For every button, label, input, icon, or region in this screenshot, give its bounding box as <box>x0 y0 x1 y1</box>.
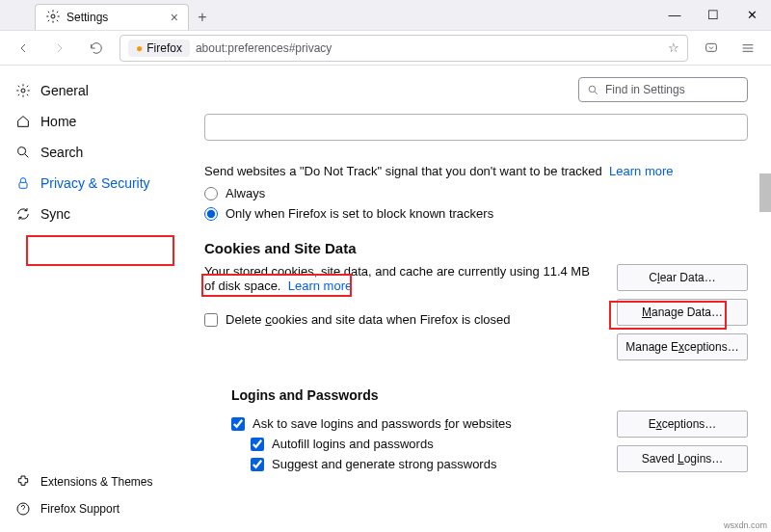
sidebar-item-privacy[interactable]: Privacy & Security <box>0 168 193 199</box>
sidebar-item-sync[interactable]: Sync <box>0 199 193 229</box>
content: General Home Search Privacy & Security S… <box>0 66 771 532</box>
ask-save-logins-checkbox[interactable]: Ask to save logins and passwords for web… <box>231 416 601 431</box>
search-placeholder: Find in Settings <box>605 83 685 96</box>
reload-button[interactable] <box>83 35 110 62</box>
close-tab-icon[interactable]: × <box>171 10 178 25</box>
browser-tab[interactable]: Settings × <box>35 4 189 30</box>
sidebar-bottom: Extensions & Themes Firefox Support <box>0 468 193 522</box>
saved-logins-button[interactable]: Saved Logins… <box>617 445 748 472</box>
tab-title: Settings <box>66 11 165 24</box>
back-button[interactable] <box>10 35 37 62</box>
firefox-chip: ●Firefox <box>128 40 190 57</box>
close-window-button[interactable]: ✕ <box>732 0 771 30</box>
url-text: about:preferences#privacy <box>196 41 662 55</box>
autofill-logins-checkbox[interactable]: Autofill logins and passwords <box>251 437 601 451</box>
dnt-text: Send websites a "Do Not Track" signal th… <box>204 164 748 178</box>
svg-point-0 <box>51 14 55 18</box>
sidebar-item-extensions[interactable]: Extensions & Themes <box>0 468 193 495</box>
cookies-desc: Your stored cookies, site data, and cach… <box>204 264 601 293</box>
minimize-button[interactable]: — <box>655 0 694 30</box>
cookies-heading: Cookies and Site Data <box>204 240 748 256</box>
sidebar-item-search[interactable]: Search <box>0 137 193 168</box>
titlebar: Settings × + — ☐ ✕ <box>0 0 771 31</box>
cookies-learn-more-link[interactable]: Learn more <box>288 279 352 293</box>
svg-point-2 <box>21 89 25 93</box>
url-box[interactable]: ●Firefox about:preferences#privacy ☆ <box>120 35 688 62</box>
window-controls: — ☐ ✕ <box>655 0 771 30</box>
dnt-radio-always[interactable]: Always <box>204 186 748 200</box>
svg-point-3 <box>18 147 26 155</box>
manage-exceptions-button[interactable]: Manage Exceptions… <box>617 333 748 360</box>
delete-cookies-checkbox[interactable]: Delete cookies and site data when Firefo… <box>204 312 601 327</box>
logins-heading: Logins and Passwords <box>231 387 748 403</box>
svg-rect-4 <box>19 182 27 188</box>
svg-point-6 <box>589 86 596 93</box>
new-tab-button[interactable]: + <box>189 4 216 30</box>
sidebar-item-home[interactable]: Home <box>0 106 193 137</box>
forward-button[interactable] <box>46 35 73 62</box>
scrollbar-thumb[interactable] <box>759 173 771 212</box>
sidebar: General Home Search Privacy & Security S… <box>0 66 193 532</box>
dnt-radio-only[interactable]: Only when Firefox is set to block known … <box>204 206 748 221</box>
main: Find in Settings Send websites a "Do Not… <box>193 66 771 532</box>
bookmark-star-icon[interactable]: ☆ <box>668 40 679 55</box>
dnt-learn-more-link[interactable]: Learn more <box>609 164 673 178</box>
logins-exceptions-button[interactable]: Exceptions… <box>617 411 748 438</box>
sidebar-item-support[interactable]: Firefox Support <box>0 495 193 522</box>
manage-data-button[interactable]: Manage Data… <box>617 299 748 326</box>
sidebar-item-general[interactable]: General <box>0 75 193 106</box>
clear-data-button[interactable]: Clear Data… <box>617 264 748 291</box>
pocket-icon[interactable] <box>698 35 725 62</box>
search-settings-input[interactable]: Find in Settings <box>578 77 748 102</box>
maximize-button[interactable]: ☐ <box>694 0 732 30</box>
gear-icon <box>45 9 61 27</box>
address-bar: ●Firefox about:preferences#privacy ☆ <box>0 31 771 66</box>
watermark: wsxdn.com <box>724 520 767 530</box>
content-blocking-stub <box>204 114 748 141</box>
menu-icon[interactable] <box>734 35 761 62</box>
suggest-passwords-checkbox[interactable]: Suggest and generate strong passwords <box>251 457 601 471</box>
svg-rect-1 <box>706 43 717 51</box>
